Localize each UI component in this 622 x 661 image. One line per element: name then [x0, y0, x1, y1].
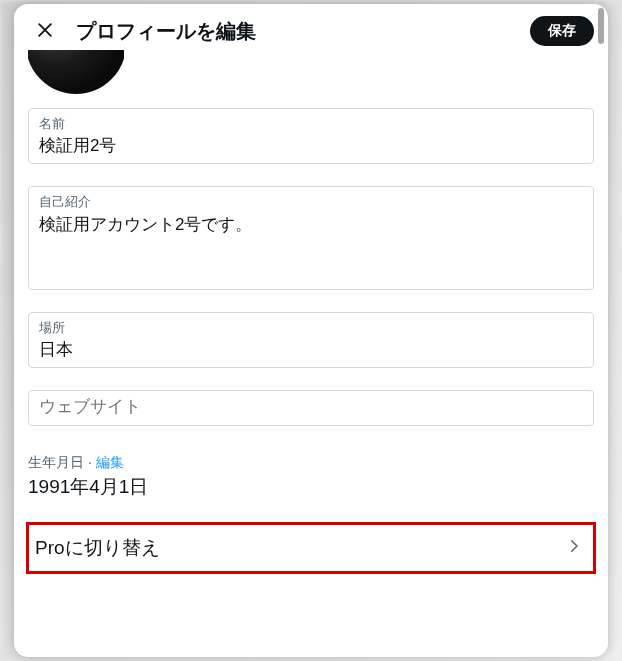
fields-container: 名前 自己紹介 場所 [14, 98, 608, 426]
close-icon [35, 20, 55, 43]
bio-field[interactable]: 自己紹介 [28, 186, 594, 290]
dob-value: 1991年4月1日 [28, 474, 594, 500]
close-button[interactable] [28, 14, 62, 48]
modal-title: プロフィールを編集 [76, 18, 516, 45]
save-button[interactable]: 保存 [530, 16, 594, 46]
name-input[interactable] [39, 135, 583, 155]
dob-separator: · [84, 454, 96, 470]
chevron-right-icon [565, 537, 583, 559]
edit-profile-modal: プロフィールを編集 保存 名前 自己紹介 場所 生年月日 · 編集 1991年4… [14, 4, 608, 657]
website-field[interactable] [28, 390, 594, 426]
dob-label: 生年月日 [28, 454, 84, 470]
switch-to-pro-row[interactable]: Proに切り替え [26, 522, 596, 574]
name-field[interactable]: 名前 [28, 108, 594, 164]
location-field[interactable]: 場所 [28, 312, 594, 368]
dob-header: 生年月日 · 編集 [28, 454, 594, 472]
location-input[interactable] [39, 339, 583, 359]
pro-label: Proに切り替え [35, 535, 160, 561]
dob-edit-link[interactable]: 編集 [96, 454, 124, 470]
bio-label: 自己紹介 [39, 193, 583, 211]
scroll-indicator[interactable] [598, 8, 604, 44]
avatar[interactable] [28, 50, 124, 94]
avatar-image [28, 50, 124, 94]
avatar-section [14, 50, 608, 98]
bio-input[interactable] [39, 213, 583, 277]
location-label: 場所 [39, 319, 583, 337]
website-input[interactable] [39, 397, 583, 417]
name-label: 名前 [39, 115, 583, 133]
dob-section: 生年月日 · 編集 1991年4月1日 [14, 454, 608, 500]
